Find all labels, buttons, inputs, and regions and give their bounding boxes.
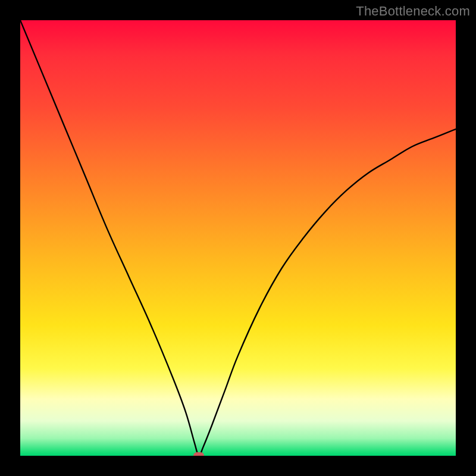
plot-area — [20, 20, 456, 456]
min-marker-icon — [193, 452, 204, 456]
chart-frame: TheBottleneck.com — [0, 0, 476, 476]
bottleneck-curve — [20, 20, 456, 456]
watermark-label: TheBottleneck.com — [356, 4, 470, 19]
